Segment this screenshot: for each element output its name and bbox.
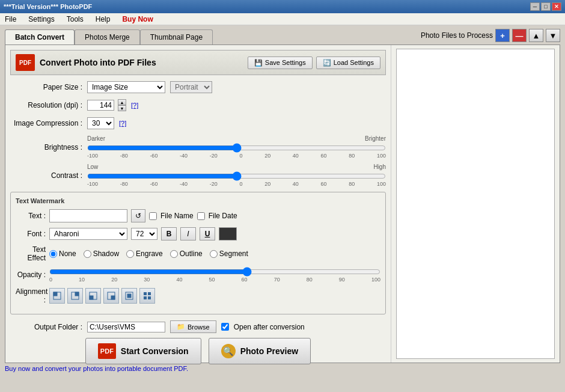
align-bottom-left-button[interactable] [85,288,101,304]
menu-buy-now[interactable]: Buy Now [120,14,155,25]
effect-shadow-item[interactable]: Shadow [84,250,119,258]
bold-button[interactable]: B [161,227,177,240]
status-bar: Buy now and convert your photos into por… [0,363,565,374]
contrast-ticks: -100 -80 -60 -40 -20 0 20 40 60 80 100 [87,181,386,187]
save-settings-icon: 💾 [254,59,263,67]
opacity-slider[interactable] [49,267,380,277]
watermark-font-label: Font : [16,230,46,238]
svg-rect-13 [148,296,151,299]
resolution-label: Resolution (dpi) : [10,101,82,109]
close-button[interactable]: ✕ [552,2,561,11]
start-conversion-button[interactable]: PDF Start Conversion [85,338,201,364]
orientation-select[interactable]: Portrait Landscape [170,81,212,93]
resolution-up-button[interactable]: ▲ [118,99,126,105]
tab-photos-merge[interactable]: Photos Merge [75,29,140,44]
align-tile-button[interactable] [139,288,155,304]
effect-none-radio[interactable] [49,250,57,258]
output-path-input[interactable] [87,322,165,332]
alignment-row: Alignment : [16,287,380,304]
svg-rect-4 [90,296,93,299]
contrast-range-labels: Low High [87,164,386,170]
menu-settings[interactable]: Settings [26,14,56,25]
load-settings-button[interactable]: 🔄 Load Settings [316,57,380,69]
menu-file[interactable]: File [2,14,19,25]
main-area: PDF Convert Photo into PDF Files 💾 Save … [5,44,560,363]
compression-help[interactable]: [?] [119,120,126,127]
brightness-ticks: -100 -80 -60 -40 -20 0 20 40 60 80 100 [87,153,386,159]
tab-thumbnail-page[interactable]: Thumbnail Page [140,29,213,44]
compression-label: Image Compression : [10,119,82,127]
paper-size-select[interactable]: Image Size A4 Letter Legal [87,81,165,93]
svg-rect-11 [148,292,151,295]
watermark-font-row: Font : Aharoni Arial Times New Roman Ver… [16,227,380,240]
opacity-row: Opacity : 0 10 20 30 40 50 60 70 80 90 [16,267,380,283]
resolution-input[interactable] [87,100,114,111]
contrast-slider[interactable] [87,171,386,181]
effect-segment-radio[interactable] [210,250,218,258]
watermark-text-row: Text : ↺ File Name File Date [16,209,380,222]
output-folder-label: Output Folder : [10,323,82,331]
svg-rect-10 [144,292,147,295]
resolution-down-button[interactable]: ▼ [118,105,126,111]
svg-rect-12 [144,296,147,299]
compression-row: Image Compression : 30 10 20 40 50 [?] [10,117,386,129]
minimize-button[interactable]: ─ [530,2,540,11]
convert-title: PDF Convert Photo into PDF Files [16,54,156,71]
browse-button[interactable]: 📁 Browse [170,320,216,333]
compression-select[interactable]: 30 10 20 40 50 [87,117,114,129]
watermark-text-input[interactable] [49,209,127,222]
tab-batch-convert[interactable]: Batch Convert [5,29,75,44]
photo-preview-button[interactable]: 🔍 Photo Preview [209,338,311,364]
open-after-checkbox[interactable] [221,323,229,331]
effect-shadow-radio[interactable] [84,250,91,258]
menu-help[interactable]: Help [93,14,113,25]
italic-button[interactable]: I [180,227,196,240]
brightness-label: Brightness : [10,143,82,152]
start-conversion-pdf-icon: PDF [98,343,116,359]
menu-tools[interactable]: Tools [64,14,86,25]
move-down-button[interactable]: ▼ [546,29,560,42]
watermark-refresh-button[interactable]: ↺ [131,209,145,222]
resolution-help[interactable]: [?] [131,102,138,109]
effect-engrave-item[interactable]: Engrave [126,250,163,258]
color-picker-button[interactable] [219,227,237,240]
alignment-label: Alignment : [16,287,46,304]
resolution-row: Resolution (dpi) : ▲ ▼ [?] [10,99,386,111]
align-top-right-button[interactable] [67,288,83,304]
resolution-spinner: ▲ ▼ [118,99,126,111]
contrast-label: Contrast : [10,171,82,180]
underline-button[interactable]: U [200,227,215,240]
photo-list-area[interactable] [396,49,555,359]
photo-preview-icon: 🔍 [221,344,236,358]
effect-none-item[interactable]: None [49,250,76,258]
contrast-row: Contrast : Low High -100 -80 -60 -40 -20… [10,164,386,187]
svg-rect-2 [75,292,79,296]
remove-file-button[interactable]: — [512,29,527,42]
font-select[interactable]: Aharoni Arial Times New Roman Verdana [49,228,127,240]
effect-segment-item[interactable]: Segment [210,250,248,258]
maximize-button[interactable]: □ [541,2,551,11]
file-name-checkbox[interactable] [149,212,157,220]
file-date-checkbox[interactable] [197,212,205,220]
brightness-slider[interactable] [87,143,386,153]
font-size-select[interactable]: 72 8 10 12 14 18 24 36 48 96 [131,228,157,240]
svg-rect-0 [53,292,57,296]
effect-outline-item[interactable]: Outline [170,250,203,258]
header-buttons: 💾 Save Settings 🔄 Load Settings [248,57,380,69]
svg-rect-8 [127,294,131,298]
photo-files-label: Photo Files to Process [421,31,493,40]
align-bottom-right-button[interactable] [103,288,119,304]
move-up-button[interactable]: ▲ [529,29,543,42]
effect-engrave-radio[interactable] [126,250,134,258]
brightness-slider-container: Darker Brighter -100 -80 -60 -40 -20 0 2… [87,135,386,159]
right-panel [391,45,560,363]
file-name-label: File Name [160,212,194,220]
align-top-left-button[interactable] [49,288,65,304]
window-title: ***Trial Version*** PhotoPDF [4,3,92,10]
save-settings-button[interactable]: 💾 Save Settings [248,57,313,69]
effect-outline-radio[interactable] [170,250,178,258]
text-effect-row: Text Effect None Shadow Engrave [16,245,380,262]
add-file-button[interactable]: + [495,29,510,42]
align-center-button[interactable] [121,288,137,304]
output-folder-row: Output Folder : 📁 Browse Open after conv… [10,320,386,333]
